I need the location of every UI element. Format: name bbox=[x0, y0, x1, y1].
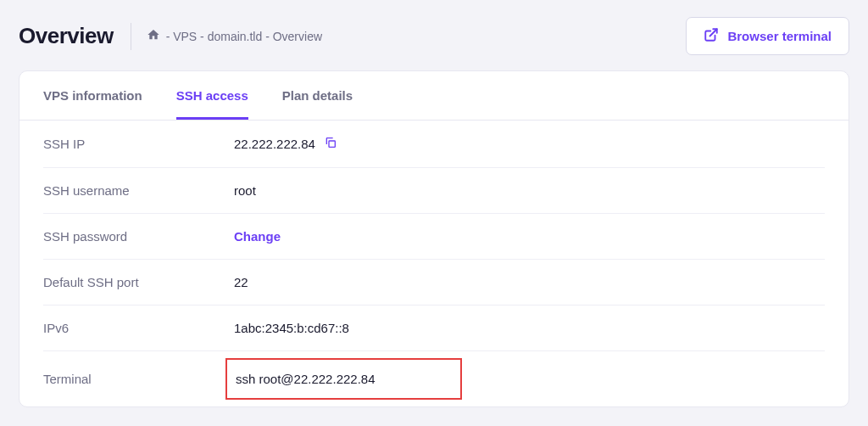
page-title: Overview bbox=[19, 23, 131, 49]
ipv6-value: 1abc:2345:b:cd67::8 bbox=[234, 321, 349, 335]
browser-terminal-button[interactable]: Browser terminal bbox=[686, 17, 849, 55]
terminal-command: ssh root@22.222.222.84 bbox=[225, 358, 462, 400]
ssh-port-label: Default SSH port bbox=[43, 275, 234, 289]
ssh-port-value: 22 bbox=[234, 275, 248, 289]
tab-plan-details[interactable]: Plan details bbox=[282, 71, 353, 120]
row-ssh-port: Default SSH port 22 bbox=[43, 260, 825, 305]
row-ssh-ip: SSH IP 22.222.222.84 bbox=[43, 121, 825, 168]
svg-line-0 bbox=[710, 29, 717, 36]
breadcrumb: - VPS - domain.tld - Overview bbox=[147, 28, 322, 44]
browser-terminal-label: Browser terminal bbox=[727, 29, 832, 43]
svg-rect-1 bbox=[329, 141, 335, 147]
ssh-password-label: SSH password bbox=[43, 229, 234, 244]
ipv6-label: IPv6 bbox=[43, 321, 234, 335]
row-ssh-password: SSH password Change bbox=[43, 214, 825, 260]
open-external-icon bbox=[704, 27, 719, 45]
row-ssh-username: SSH username root bbox=[43, 168, 825, 214]
terminal-label: Terminal bbox=[43, 372, 234, 386]
home-icon[interactable] bbox=[147, 28, 160, 44]
ssh-details-rows: SSH IP 22.222.222.84 SSH username root S… bbox=[19, 121, 849, 406]
ssh-ip-label: SSH IP bbox=[43, 137, 234, 151]
header-divider bbox=[131, 23, 131, 50]
copy-icon[interactable] bbox=[324, 136, 337, 152]
ssh-ip-value-wrap: 22.222.222.84 bbox=[234, 136, 337, 152]
ssh-ip-value: 22.222.222.84 bbox=[234, 137, 315, 151]
header-left: Overview - VPS - domain.tld - Overview bbox=[19, 23, 322, 50]
ssh-password-change-link[interactable]: Change bbox=[234, 229, 281, 244]
row-terminal: Terminal ssh root@22.222.222.84 bbox=[43, 351, 825, 406]
page-header: Overview - VPS - domain.tld - Overview B… bbox=[0, 0, 868, 70]
ssh-username-label: SSH username bbox=[43, 183, 234, 198]
tabs: VPS information SSH access Plan details bbox=[19, 71, 849, 121]
row-ipv6: IPv6 1abc:2345:b:cd67::8 bbox=[43, 305, 825, 351]
tab-ssh-access[interactable]: SSH access bbox=[176, 71, 248, 120]
tab-vps-information[interactable]: VPS information bbox=[43, 71, 142, 120]
breadcrumb-text: - VPS - domain.tld - Overview bbox=[166, 30, 322, 43]
ssh-access-card: VPS information SSH access Plan details … bbox=[19, 70, 849, 407]
ssh-username-value: root bbox=[234, 183, 256, 198]
